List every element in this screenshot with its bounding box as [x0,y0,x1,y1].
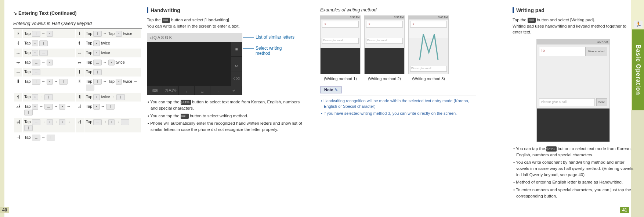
vowel-seq: Tap ㅡ → • twice [84,58,141,67]
table-row: ㅡTap ㅡㅣTap ㅣ [14,68,141,77]
period-icon: . [210,86,226,95]
thumb-3-msg: Please give a call. [410,66,447,72]
vowel-seq: Tap ㅡ → • → ㅣ [84,118,141,132]
vowel-seq: Tap • ㅡ [23,49,75,57]
vowel-seq: Tap • twice [84,39,141,48]
vowel-seq: Tap ㅡ → • [23,58,75,67]
table-row: ㅜTap ㅡ → •ㅠTap ㅡ → • twice [14,58,141,67]
wp-kbd [537,108,609,142]
enter-icon: ↵ [226,86,242,95]
wp-send: Send [596,98,607,106]
vowel-char: ㅜ [14,58,22,67]
thumb-1: 9:36 AM To Please give a call. [320,15,361,74]
vowel-char: ㅏ [14,29,22,38]
writingpad-intro: Tap the ⌨ button and select [Writing pad… [513,17,634,35]
thumb-1-msg: Please give a call. [322,38,359,44]
thumb-2-to: To [366,21,403,28]
thumb-2-msg: Please give a call. [366,38,403,44]
handwriting-heading: Handwriting [147,7,180,13]
thumb-1-to: To [322,21,359,28]
hw-intro-b: button and select [Handwriting]. [170,18,230,22]
vowel-seq: Tap • → ㅣ [84,102,141,117]
hw-intro-2: You can write a letter in the screen to … [147,24,240,28]
keyboard-icon-button-2: ⌨ [528,18,536,23]
vowel-seq: Tap • → ㅣ [23,93,75,102]
hw-similar-bar: ◁ Q A S G K [147,33,242,42]
vowel-char: ㅚ [76,102,84,117]
list-item: Phone will automatically enter the recog… [147,120,305,132]
thumb-3: 9:40 AM To Please give a call. [408,15,449,74]
table-row: ㅝTap ㅡ → • → • → ㅣㅟTap ㅡ → • → ㅣ [14,118,141,132]
example-2: 9:37 AM To Please give a call. ⟨Writing … [364,15,405,81]
caption-1: ⟨Writing method 1⟩ [320,77,361,81]
thumb-3-time: 9:40 AM [409,16,448,19]
side-tab: Basic Operation [632,29,644,110]
thumb-3-stroke-icon [416,27,442,64]
examples-column: Examples of writing method 9:36 AM To Pl… [318,7,476,117]
writingpad-heading: Writing pad [513,7,544,13]
mode-text-icon: 가A1% [163,86,179,95]
thumb-2-time: 9:37 AM [365,16,404,19]
left-column: Entering Text (Continued) Entering vowel… [13,7,142,143]
page-number-41: 41 [620,207,629,213]
vowel-char: ㅐ [14,77,22,92]
vowel-char: ㅟ [76,118,84,132]
hw-bottom-bar: ⌨ 가A1% , ␣ . ↵ [147,86,242,95]
page-41: 🏃 Basic Operation Examples of writing me… [318,0,644,217]
vowel-char [76,133,84,142]
handwriting-intro: Tap the ⌨ button and select [Handwriting… [147,17,305,29]
vowel-seq: Tap ㅡ → • → • → ㅣ [23,118,75,132]
vowel-char: ㅣ [76,68,84,77]
callout-method: Select writing method [256,46,292,56]
note-list: Handwriting recognition will be made wit… [320,96,476,116]
keyboard-icon-button: ⌨ [162,18,170,23]
wp-intro-2: Writing pad uses handwriting and keypad … [513,24,626,35]
writingpad-column: Writing pad Tap the ⌨ button and select … [513,7,634,200]
page-number-40: 40 [0,207,9,213]
examples-row: 9:36 AM To Please give a call. ⟨Writing … [320,15,476,81]
comma-icon: , [179,86,195,95]
wp-time: 1:07 AM [537,39,609,45]
thumb-1-kbd [321,48,360,74]
vowel-seq: Tap • twice [84,49,141,57]
vowel-char: ㅢ [14,133,22,142]
vowel-seq: Tap • ㅣ [23,39,75,48]
note-label: Note [320,86,342,93]
table-row: ㅓTap • ㅣㅕTap • twice [14,39,141,48]
wp-intro-a: Tap the [513,18,528,22]
thumb-1-time: 9:36 AM [321,16,360,19]
vowel-char: ㅒ [76,77,84,92]
wp-intro-b: button and select [Writing pad]. [536,18,595,22]
caption-3: ⟨Writing method 3⟩ [408,77,449,81]
list-item: You can tap the 가A1% button to select te… [513,146,634,158]
side-tab-runner-icon: 🏃 [634,21,643,28]
keyboard-icon: ⌨ [181,114,189,119]
space-key-icon: ␣ [195,86,210,95]
vowel-char: ㅕ [76,39,84,48]
continued-header: Entering Text (Continued) [13,7,142,19]
backspace-icon: ⌫ [231,71,242,86]
vowel-seq: Tap ㅡ → ㅣ [23,133,75,142]
list-item: You can tap the ⌨ button to select writi… [147,113,305,119]
page-40: Entering Text (Continued) Entering vowel… [0,0,318,217]
hw-intro-a: Tap the [147,18,162,22]
vowel-char: ㅓ [14,39,22,48]
table-row: ㅏTap ㅣ → •ㅑTap ㅣ → Tap • twice [14,29,141,38]
mode-button-icon: 가A1% [181,100,191,105]
vowel-seq: Tap • → ㅡ → • → ㅣ [23,102,75,117]
handwriting-bullets: You can tap the 가A1% button to select te… [147,99,305,132]
vowel-seq: Tap ㅡ [23,68,75,77]
list-item: Method of entering English letter is sam… [513,179,634,185]
list-item: To enter numbers and special characters,… [513,187,634,199]
space-icon: ␣ [231,57,242,71]
vowel-char: ㅝ [14,118,22,132]
vowel-char: ㅗ [14,49,22,57]
vowel-char: ㅑ [76,29,84,38]
note-box: Note Handwriting recognition will be mad… [320,86,476,116]
callout-line-1 [243,37,254,38]
kbd-switch-icon: ⌨ [147,86,163,95]
thumb-2: 9:37 AM To Please give a call. [364,15,405,74]
table-row: ㅘTap • → ㅡ → • → ㅣㅚTap • → ㅣ [14,102,141,117]
vowel-char: ㅠ [76,58,84,67]
vowel-seq: Tap • twice → ㅣ [84,93,141,102]
